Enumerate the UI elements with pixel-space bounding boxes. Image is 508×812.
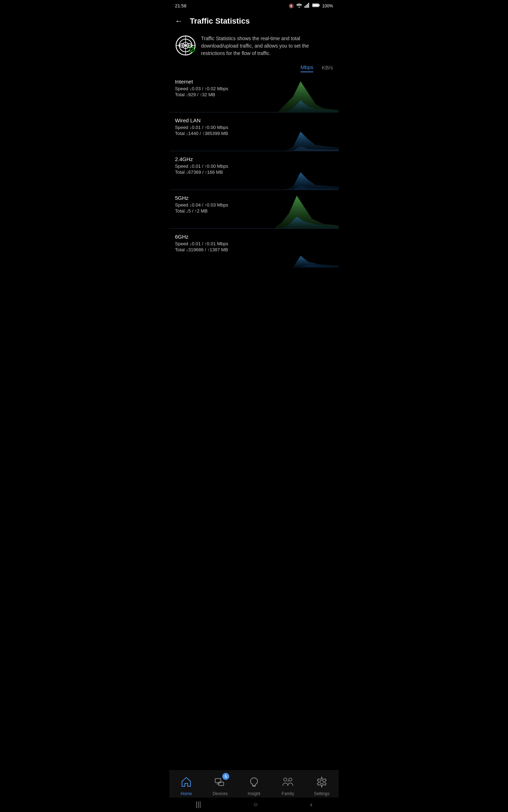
svg-point-21 (320, 780, 323, 784)
status-bar: 21:58 🔇 100% (169, 0, 339, 12)
android-home-button[interactable]: ○ (253, 800, 258, 808)
internet-total: Total ↓929 / ↑32 MB (175, 92, 333, 97)
nav-item-insight[interactable]: Insight (237, 774, 271, 796)
settings-label: Settings (314, 791, 329, 796)
nav-item-settings[interactable]: Settings (305, 774, 339, 796)
traffic-section-6ghz: 6GHz Speed ↓0.01 / ↑0.01 Mbps Total ↓319… (169, 229, 339, 267)
wired-speed: Speed ↓0.01 / ↑0.00 Mbps (175, 125, 333, 130)
nav-items: Home 5 Devices Ins (169, 771, 339, 798)
ghz5-total: Total ↓5 / ↑2 MB (175, 208, 333, 214)
traffic-icon (175, 35, 196, 56)
nav-item-devices[interactable]: 5 Devices (203, 774, 237, 796)
internet-name: Internet (175, 79, 333, 85)
insight-label: Insight (248, 791, 260, 796)
wired-total: Total ↓1440 / ↑385399 MB (175, 131, 333, 136)
ghz24-name: 2.4GHz (175, 156, 333, 162)
unit-tab-mbps[interactable]: Mbps (301, 64, 314, 72)
family-label: Family (282, 791, 294, 796)
svg-rect-7 (319, 5, 320, 6)
svg-rect-6 (313, 4, 319, 7)
status-time: 21:58 (175, 3, 187, 8)
ghz24-total: Total ↓67369 / ↑166 MB (175, 170, 333, 175)
ghz6-speed: Speed ↓0.01 / ↑0.01 Mbps (175, 241, 333, 246)
home-icon-wrap (179, 774, 194, 790)
status-icons: 🔇 100% (289, 3, 333, 9)
ghz6-total: Total ↓319686 / ↑1387 MB (175, 247, 333, 252)
internet-speed: Speed ↓0.03 / ↑0.02 Mbps (175, 86, 333, 91)
page-title: Traffic Statistics (190, 17, 250, 26)
signal-icon (304, 3, 310, 9)
family-icon (282, 776, 294, 788)
family-icon-wrap (280, 774, 296, 790)
devices-label: Devices (213, 791, 228, 796)
home-icon (181, 776, 192, 788)
info-description: Traffic Statistics shows the real-time a… (201, 35, 333, 57)
battery-icon (312, 3, 320, 8)
wifi-icon (296, 3, 302, 9)
traffic-section-wired: Wired LAN Speed ↓0.01 / ↑0.00 Mbps Total… (169, 112, 339, 151)
traffic-section-internet: Internet Speed ↓0.03 / ↑0.02 Mbps Total … (169, 74, 339, 112)
ghz5-speed: Speed ↓0.04 / ↑0.03 Mbps (175, 202, 333, 208)
nav-item-family[interactable]: Family (271, 774, 305, 796)
svg-point-13 (189, 47, 194, 52)
devices-icon-wrap: 5 (212, 774, 228, 790)
svg-rect-3 (307, 4, 308, 8)
back-button[interactable]: ← (172, 15, 186, 27)
battery-percent: 100% (322, 4, 333, 8)
nav-item-home[interactable]: Home (169, 774, 203, 796)
ghz6-name: 6GHz (175, 234, 333, 240)
android-menu-button[interactable]: ||| (195, 800, 201, 808)
svg-point-0 (299, 7, 300, 8)
settings-icon (316, 776, 327, 788)
traffic-section-5ghz: 5GHz Speed ↓0.04 / ↑0.03 Mbps Total ↓5 /… (169, 190, 339, 229)
traffic-section-24ghz: 2.4GHz Speed ↓0.01 / ↑0.00 Mbps Total ↓6… (169, 151, 339, 190)
svg-rect-4 (308, 3, 309, 8)
svg-point-19 (284, 778, 287, 781)
home-label: Home (181, 791, 192, 796)
ghz24-speed: Speed ↓0.01 / ↑0.00 Mbps (175, 164, 333, 169)
devices-badge: 5 (222, 773, 229, 780)
bottom-nav: Home 5 Devices Ins (169, 770, 339, 812)
insight-icon (248, 776, 260, 788)
wired-name: Wired LAN (175, 117, 333, 123)
settings-icon-wrap (314, 774, 329, 790)
android-nav: ||| ○ ‹ (169, 798, 339, 812)
unit-tabs: Mbps KB/s (169, 64, 339, 74)
insight-icon-wrap (246, 774, 262, 790)
android-back-button[interactable]: ‹ (310, 800, 313, 808)
svg-rect-2 (306, 5, 307, 8)
ghz5-name: 5GHz (175, 195, 333, 201)
info-section: Traffic Statistics shows the real-time a… (169, 31, 339, 64)
svg-rect-1 (305, 6, 306, 8)
svg-point-20 (289, 778, 292, 781)
page-header: ← Traffic Statistics (169, 12, 339, 31)
unit-tab-kbs[interactable]: KB/s (322, 64, 333, 72)
mute-icon: 🔇 (289, 4, 294, 8)
